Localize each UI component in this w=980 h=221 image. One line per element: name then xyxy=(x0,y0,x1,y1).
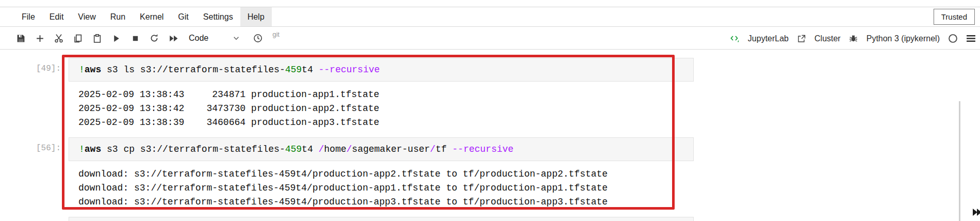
bug-icon[interactable] xyxy=(848,34,859,44)
code-token: home xyxy=(324,144,346,154)
copy-icon[interactable] xyxy=(73,33,83,43)
menu-item-settings[interactable]: Settings xyxy=(196,7,240,26)
code-token: tf xyxy=(435,144,452,154)
jupyterlab-link[interactable]: JupyterLab xyxy=(748,34,789,43)
menu-items: FileEditViewRunKernelGitSettingsHelp xyxy=(0,7,272,26)
menu-bar: FileEditViewRunKernelGitSettingsHelp Tru… xyxy=(0,7,980,27)
cell-type-dropdown[interactable]: Code xyxy=(189,34,208,43)
menu-item-run[interactable]: Run xyxy=(103,7,133,26)
menu-item-help[interactable]: Help xyxy=(240,7,272,26)
output-line: 2025-02-09 13:38:39 3460664 production-a… xyxy=(78,116,694,130)
menu-item-file[interactable]: File xyxy=(14,7,42,26)
code-cell-input[interactable]: !aws s3 cp s3://terraform-statefiles-459… xyxy=(69,137,694,161)
notebook-toolbar: Code git JupyterLab Cluster Python 3 (ip… xyxy=(0,27,980,50)
cluster-button[interactable]: Cluster xyxy=(814,34,841,43)
code-icon[interactable] xyxy=(730,34,740,44)
code-cell-input[interactable]: !aws s3 ls s3://terraform-statefiles-459… xyxy=(69,58,694,82)
kernel-name-button[interactable]: Python 3 (ipykernel) xyxy=(867,34,940,43)
code-token: sagemaker-user xyxy=(352,144,430,154)
toolbar-right-group: JupyterLab Cluster Python 3 (ipykernel) xyxy=(730,27,976,50)
add-cell-icon[interactable] xyxy=(35,33,45,43)
cells-container: [49]: !aws s3 ls s3://terraform-statefil… xyxy=(69,50,694,221)
vertical-scrollbar[interactable] xyxy=(959,101,960,221)
chevron-down-icon[interactable] xyxy=(231,33,241,43)
execution-count-label: [56]: xyxy=(25,144,61,153)
git-status-label: git xyxy=(272,30,280,38)
run-icon[interactable] xyxy=(111,33,121,43)
notebook-cell: [49]: !aws s3 ls s3://terraform-statefil… xyxy=(69,58,694,130)
output-line: download: s3://terraform-statefiles-459t… xyxy=(78,195,694,209)
code-token: ! xyxy=(79,144,85,154)
code-token: 459 xyxy=(285,65,302,75)
external-link-icon[interactable] xyxy=(796,34,807,44)
code-token: 459 xyxy=(285,144,302,154)
output-line: download: s3://terraform-statefiles-459t… xyxy=(78,181,694,195)
code-token: t4 xyxy=(302,65,318,75)
corner-artifact xyxy=(971,207,980,220)
output-line: 2025-02-09 13:38:42 3473730 production-a… xyxy=(78,102,694,116)
menu-item-kernel[interactable]: Kernel xyxy=(133,7,171,26)
notebook-panel: [49]: !aws s3 ls s3://terraform-statefil… xyxy=(0,50,980,221)
run-all-icon[interactable] xyxy=(168,33,178,43)
restart-icon[interactable] xyxy=(149,33,159,43)
code-cell-output: download: s3://terraform-statefiles-459t… xyxy=(78,167,694,209)
kernel-status-icon[interactable] xyxy=(948,34,958,44)
output-line: download: s3://terraform-statefiles-459t… xyxy=(78,167,694,181)
code-token: s3 ls s3://terraform-statefiles- xyxy=(101,65,285,75)
clock-icon[interactable] xyxy=(253,33,263,43)
code-token: --recursive xyxy=(319,65,380,75)
next-cell-partial xyxy=(69,217,694,221)
code-token: / xyxy=(319,144,324,154)
code-cell-output: 2025-02-09 13:38:43 234871 production-ap… xyxy=(78,88,694,130)
trusted-badge[interactable]: Trusted xyxy=(934,9,975,25)
cut-icon[interactable] xyxy=(54,33,64,43)
menu-item-edit[interactable]: Edit xyxy=(42,7,71,26)
menu-item-view[interactable]: View xyxy=(71,7,103,26)
code-token: t4 xyxy=(302,144,318,154)
code-token: / xyxy=(347,144,352,154)
code-token: ! xyxy=(79,65,85,75)
menu-icon[interactable] xyxy=(966,34,976,44)
menu-item-git[interactable]: Git xyxy=(171,7,195,26)
toolbar-left-group xyxy=(15,33,178,43)
code-token: aws xyxy=(85,144,101,154)
save-icon[interactable] xyxy=(15,33,26,43)
output-line: 2025-02-09 13:38:43 234871 production-ap… xyxy=(78,88,694,102)
execution-count-label: [49]: xyxy=(25,64,61,73)
code-token: / xyxy=(430,144,436,154)
notebook-cell: [56]: !aws s3 cp s3://terraform-statefil… xyxy=(69,137,694,209)
code-token: aws xyxy=(85,65,101,75)
code-token: s3 cp s3://terraform-statefiles- xyxy=(101,144,285,154)
code-token: --recursive xyxy=(452,144,514,154)
jupyterlab-window: FileEditViewRunKernelGitSettingsHelp Tru… xyxy=(0,0,980,221)
paste-icon[interactable] xyxy=(92,33,102,43)
stop-icon[interactable] xyxy=(130,33,140,43)
